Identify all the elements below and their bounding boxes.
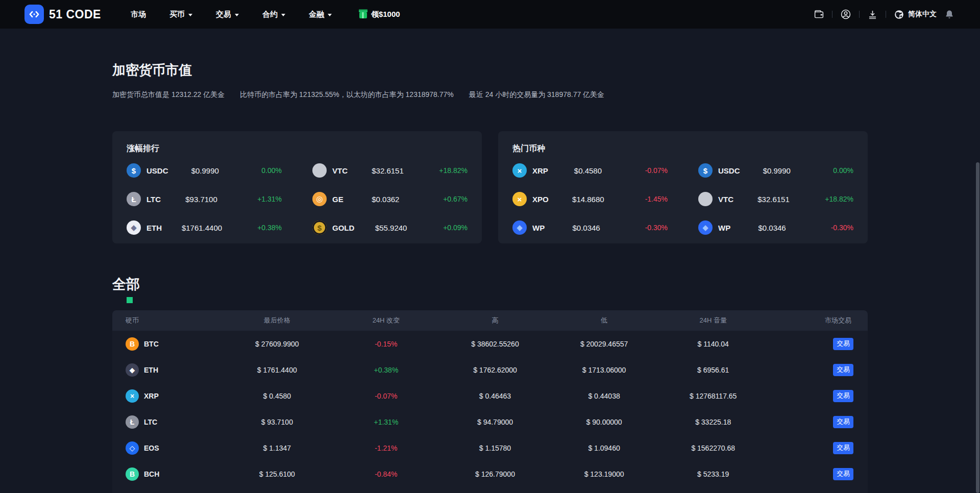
change-24h: -0.84%	[332, 470, 441, 478]
market-stats: 加密货币总市值是 12312.22 亿美金 比特币的市占率为 121325.55…	[112, 90, 868, 100]
volume-24h: $ 33225.18	[658, 418, 768, 426]
coin-entry[interactable]: ◆ WP $0.0346 -0.30%	[512, 220, 668, 235]
table-row: B BCH $ 125.6100 -0.84% $ 126.79000 $ 12…	[112, 461, 868, 487]
coin-entry[interactable]: Ł LTC $93.7100 +1.31%	[127, 192, 282, 206]
coin-entry[interactable]: ◆ ETH $1761.4400 +0.38%	[127, 220, 282, 235]
section-title: 全部	[112, 275, 868, 293]
nav-menu-item[interactable]: 市场	[131, 10, 146, 19]
coin-price: $55.9240	[354, 224, 428, 232]
card-title: 涨幅排行	[127, 143, 468, 154]
download-icon[interactable]	[867, 9, 878, 20]
coin-symbol: WP	[718, 224, 730, 232]
trade-button[interactable]: 交易	[833, 416, 853, 428]
page-title: 加密货币市值	[112, 61, 868, 79]
coin-price: $0.9990	[168, 166, 242, 175]
promo-button[interactable]: 领$1000	[359, 10, 400, 19]
section-marker	[127, 297, 133, 303]
user-icon[interactable]	[840, 9, 851, 20]
low-24h: $ 0.44038	[550, 392, 659, 400]
trade-button[interactable]: 交易	[833, 468, 853, 480]
table-body: B BTC $ 27609.9900 -0.15% $ 38602.55260 …	[112, 331, 868, 493]
nav-menu-item[interactable]: 买币	[169, 10, 192, 19]
bch-icon: B	[126, 467, 139, 481]
low-24h: $ 1.09460	[550, 444, 659, 452]
coin-symbol: GOLD	[332, 224, 354, 232]
col-change: 24H 改变	[332, 316, 441, 325]
low-24h: $ 1713.06000	[550, 366, 659, 374]
coin-cell: B BTC	[126, 337, 223, 351]
coin-entry[interactable]: ◎ GE $0.0362 +0.67%	[312, 192, 468, 206]
volume-24h: $ 1562270.68	[658, 444, 768, 452]
table-row: × XRP $ 0.4580 -0.07% $ 0.46463 $ 0.4403…	[112, 383, 868, 409]
eth-icon: ◆	[127, 220, 141, 235]
wallet-icon[interactable]	[814, 9, 824, 20]
table-row: B BTC $ 27609.9900 -0.15% $ 38602.55260 …	[112, 331, 868, 357]
chevron-down-icon	[235, 14, 239, 16]
stat-total-marketcap: 加密货币总市值是 12312.22 亿美金	[112, 90, 225, 100]
nav-menu-item[interactable]: 交易	[216, 10, 239, 19]
nav-menu-item[interactable]: 金融	[309, 10, 332, 19]
wp-icon: ◆	[698, 220, 713, 235]
logo[interactable]: 51 CODE	[24, 5, 101, 24]
xrp-icon: ×	[512, 163, 527, 178]
stat-dominance: 比特币的市占率为 121325.55%，以太坊的市占率为 12318978.77…	[240, 90, 454, 100]
chevron-down-icon	[188, 14, 192, 16]
coin-entry[interactable]: VTC $32.6151 +18.82%	[312, 163, 468, 178]
trade-button[interactable]: 交易	[833, 338, 853, 350]
coin-change: -0.30%	[814, 224, 853, 232]
coin-symbol: USDC	[146, 166, 168, 175]
coin-price: $32.6151	[733, 195, 814, 204]
coin-symbol: LTC	[144, 418, 157, 426]
high-24h: $ 1.15780	[440, 444, 550, 452]
last-price: $ 27609.9900	[223, 340, 332, 348]
coin-price: $0.4580	[548, 166, 628, 175]
ge-icon: ◎	[312, 192, 327, 206]
coin-entry[interactable]: $ USDC $0.9990 0.00%	[127, 163, 282, 178]
coin-entry[interactable]: VTC $32.6151 +18.82%	[698, 192, 853, 206]
low-24h: $ 123.19000	[550, 470, 659, 478]
coin-cell: Ł LTC	[126, 415, 223, 429]
col-trade: 市场交易	[768, 316, 854, 325]
trade-button[interactable]: 交易	[833, 390, 853, 402]
stat-24h-volume: 最近 24 小时的交易量为 318978.77 亿美金	[469, 90, 604, 100]
hot-coins-card: 热门币种 × XRP $0.4580 -0.07% $ USDC $0.9990…	[498, 131, 868, 243]
coin-change: 0.00%	[814, 166, 853, 175]
high-24h: $ 1762.62000	[440, 366, 550, 374]
coin-entry[interactable]: $ GOLD $55.9240 +0.09%	[312, 220, 468, 235]
navbar-actions: 简体中文	[814, 9, 954, 20]
col-low: 低	[550, 316, 659, 325]
high-24h: $ 94.79000	[440, 418, 550, 426]
coin-entry[interactable]: × XRP $0.4580 -0.07%	[512, 163, 668, 178]
globe-icon	[894, 9, 904, 20]
scrollbar[interactable]	[976, 162, 979, 493]
coin-entry[interactable]: ◆ WP $0.0346 -0.30%	[698, 220, 853, 235]
coin-cell: ◆ ETH	[126, 363, 223, 377]
main-content: 加密货币市值 加密货币总市值是 12312.22 亿美金 比特币的市占率为 12…	[112, 61, 868, 493]
coin-entry[interactable]: $ USDC $0.9990 0.00%	[698, 163, 853, 178]
coin-change: +1.31%	[242, 195, 282, 203]
usdc-icon: $	[698, 163, 713, 178]
vtc-icon	[312, 163, 327, 178]
low-24h: $ 90.00000	[550, 418, 659, 426]
volume-24h: $ 12768117.65	[658, 392, 768, 400]
change-24h: +1.31%	[332, 418, 441, 426]
coin-entry[interactable]: × XPO $14.8680 -1.45%	[512, 192, 668, 206]
last-price: $ 125.6100	[223, 470, 332, 478]
trade-button[interactable]: 交易	[833, 442, 853, 454]
eth-icon: ◆	[126, 363, 139, 377]
coin-symbol: BCH	[144, 470, 159, 478]
nav-menu-label: 市场	[131, 10, 146, 19]
eos-icon: ◇	[126, 441, 139, 455]
table-row: ◆ ETC $ 20.4364 -1.39% $ 20.43000 $ 19.5…	[112, 487, 868, 493]
language-selector[interactable]: 简体中文	[894, 9, 937, 20]
nav-menu-item[interactable]: 合约	[262, 10, 285, 19]
trade-button[interactable]: 交易	[833, 364, 853, 376]
summary-cards: 涨幅排行 $ USDC $0.9990 0.00% VTC $32.6151 +…	[112, 131, 868, 243]
last-price: $ 0.4580	[223, 392, 332, 400]
bell-icon[interactable]	[944, 9, 954, 19]
coin-price: $32.6151	[348, 166, 428, 175]
coin-price: $0.9990	[740, 166, 814, 175]
coin-change: +18.82%	[814, 195, 853, 203]
gift-icon	[359, 12, 367, 18]
language-label: 简体中文	[908, 10, 937, 19]
